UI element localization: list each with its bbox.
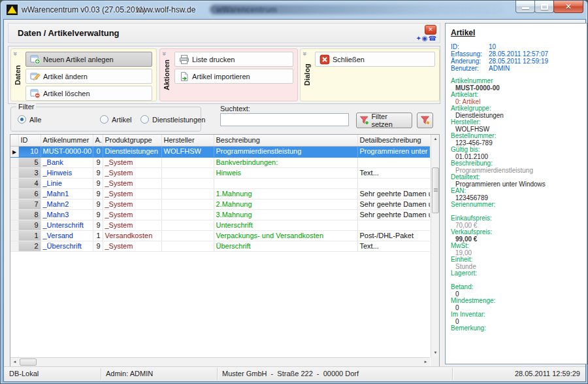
table-row[interactable]: 5_Bank9_SystemBankverbindungen: <box>10 157 430 167</box>
import-article-button[interactable]: Artikel importieren <box>174 69 293 84</box>
row-selector-icon: ▶ <box>12 149 16 155</box>
minimize-button[interactable] <box>515 1 535 13</box>
table-row[interactable]: 2_Überschrift9_SystemÜberschriftText... <box>10 241 430 251</box>
table-row[interactable]: 9_Unterschrift9_SystemUnterschrift <box>10 220 430 230</box>
table-row[interactable]: 4_Linie9_System <box>10 178 430 188</box>
funnel-add-icon <box>359 115 369 126</box>
window-edit-icon <box>30 71 41 82</box>
target-icon[interactable]: ◉ <box>422 35 429 42</box>
group-label-dialog: Dialog <box>301 49 313 101</box>
app-warning-triangle-icon <box>7 5 18 15</box>
new-article-button[interactable]: Neuen Artikel anlegen <box>25 52 152 67</box>
table-row[interactable]: 8_Mahn39_System3.MahnungSehr geehrte Dam… <box>10 209 430 220</box>
scroll-right-icon[interactable]: ► <box>421 358 430 366</box>
radio-artikel[interactable]: Artikel <box>100 115 132 124</box>
set-filter-label: Filter setzen <box>371 113 409 128</box>
col-header-a[interactable]: A. <box>93 135 103 146</box>
glass-watermark-text: wWarencentrum <box>216 5 277 14</box>
move-icon[interactable]: ✦ <box>416 35 421 42</box>
close-window-button[interactable]: ✕ <box>553 1 583 13</box>
article-table: ID Artikelnummer A. Produktgruppe Herste… <box>10 134 440 367</box>
scroll-up-icon[interactable]: ▲ <box>431 135 440 143</box>
meta-aenderung: Änderung:28.05.2011 12:59:19 <box>451 58 581 65</box>
field-gueltig-bis: Gültig bis:01.01.2100 <box>451 147 581 160</box>
phone-icon[interactable]: ☎ <box>429 35 437 42</box>
field-einkaufspreis: Einkaufspreis:70,00 € <box>451 215 581 229</box>
col-header-produktgruppe[interactable]: Produktgruppe <box>103 135 161 146</box>
window-title: wWarencentrum v0.03 (27.05.2011) <box>22 5 146 14</box>
close-icon: ✕ <box>554 2 583 11</box>
meta-id: ID:10 <box>451 43 581 50</box>
field-bestellnummer: Bestellnummer:123-456-789 <box>451 133 581 147</box>
status-datetime: 28.05.2011 12:59:29 <box>515 370 580 377</box>
vertical-scrollbar[interactable]: ▲ ▼ <box>431 135 439 357</box>
vertical-scroll-thumb[interactable] <box>432 167 439 213</box>
field-mindestmenge: Mindestmenge:0 <box>451 298 581 311</box>
field-ean: EAN:123456789 <box>451 188 581 201</box>
radio-alle-label: Alle <box>29 116 41 124</box>
table-row[interactable]: 7_Mahn29_System2.MahnungSehr geehrte Dam… <box>10 199 430 209</box>
client-area: Daten / Artikelverwaltung ✕ ✦◉☎ » Daten … <box>3 19 586 382</box>
status-db: DB-Lokal <box>9 370 39 377</box>
delete-article-button[interactable]: Artikel löschen <box>25 86 152 101</box>
panel-header: Daten / Artikelverwaltung ✕ ✦◉☎ <box>8 23 440 43</box>
edit-article-button[interactable]: Artikel ändern <box>25 69 152 84</box>
filter-group: Filter Alle Artikel Dienstleistungen <box>10 107 201 131</box>
close-dialog-label: Schließen <box>333 56 365 63</box>
table-row[interactable]: 3_Hinweis9_SystemHinweisText... <box>10 167 430 178</box>
horizontal-scrollbar[interactable]: ◄ ► <box>10 357 430 366</box>
new-article-label: Neuen Artikel anlegen <box>43 56 114 63</box>
search-label: Suchtext: <box>220 105 250 113</box>
print-list-label: Liste drucken <box>192 56 235 63</box>
panel-close-button[interactable]: ✕ <box>425 25 436 35</box>
table-row[interactable]: ▶ 10MUST-0000-000DienstleistungenWOLFHSW… <box>10 146 430 157</box>
scroll-down-icon[interactable]: ▼ <box>431 349 440 357</box>
edit-article-label: Artikel ändern <box>43 73 88 80</box>
group-label-aktionen: Aktionen <box>161 49 172 101</box>
radio-artikel-label: Artikel <box>112 116 132 124</box>
horizontal-scroll-thumb[interactable] <box>20 358 37 366</box>
detail-title: Artikel <box>451 28 581 37</box>
table-row[interactable]: 6_Mahn19_System1.MahnungSehr geehrte Dam… <box>10 188 430 199</box>
field-bemerkung: Bemerkung: <box>451 325 581 339</box>
toolbar: » Daten Neuen Artikel anlegen Artikel än… <box>8 46 440 104</box>
table-row[interactable]: 1_Versand1VersandkostenVerpackungs- und … <box>10 230 430 241</box>
toolbar-group-aktionen: » Aktionen Liste drucken Artikel importi… <box>159 48 298 101</box>
set-filter-button[interactable]: Filter setzen <box>356 113 412 128</box>
radio-dienstleistungen[interactable]: Dienstleistungen <box>140 115 205 124</box>
scrollbar-corner <box>431 357 439 366</box>
toolbar-group-dialog: » Dialog Schließen <box>300 48 440 101</box>
page-title: Daten / Artikelverwaltung <box>18 28 120 38</box>
status-divider <box>452 368 453 380</box>
import-article-label: Artikel importieren <box>192 73 250 80</box>
field-verkaufspreis: Verkaufspreis:99,00 € <box>451 229 581 243</box>
search-input[interactable] <box>220 113 349 126</box>
status-company: Muster GmbH - Straße 222 - 00000 Dorf <box>222 370 359 377</box>
print-list-button[interactable]: Liste drucken <box>174 52 293 67</box>
field-im-inventar: Im Inventar:0 <box>451 311 581 325</box>
meta-erfassung: Erfassung:28.05.2011 12:57:07 <box>451 50 581 58</box>
field-artikelart: Artikelart:0: Artikel <box>451 92 581 105</box>
scroll-left-icon[interactable]: ◄ <box>10 358 19 366</box>
filter-legend: Filter <box>16 103 36 111</box>
group-label-daten: Daten <box>12 49 24 101</box>
maximize-button[interactable] <box>534 1 554 13</box>
field-seriennummer: Seriennummer: <box>451 201 581 215</box>
col-header-artikelnummer[interactable]: Artikelnummer <box>41 135 93 146</box>
import-icon <box>179 71 189 82</box>
window-remove-icon <box>30 88 41 99</box>
thumb-grip-icon <box>434 188 438 192</box>
clear-filter-button[interactable] <box>417 113 433 128</box>
col-header-id[interactable]: ID <box>18 135 41 146</box>
close-dialog-button[interactable]: Schließen <box>315 52 435 67</box>
col-header-hersteller[interactable]: Hersteller <box>161 135 214 146</box>
funnel-remove-icon <box>420 115 431 126</box>
col-header-beschreibung[interactable]: Beschreibung <box>214 135 357 146</box>
col-header-detailbeschreibung[interactable]: Detailbeschreibung <box>357 135 430 146</box>
field-artikelgruppe: Artikelgruppe:Dienstleistungen <box>451 105 581 119</box>
radio-checked-icon <box>18 115 26 124</box>
radio-alle[interactable]: Alle <box>18 115 41 124</box>
radio-dienstleistungen-label: Dienstleistungen <box>152 116 205 124</box>
red-x-icon <box>319 54 330 65</box>
status-divider <box>217 368 218 380</box>
